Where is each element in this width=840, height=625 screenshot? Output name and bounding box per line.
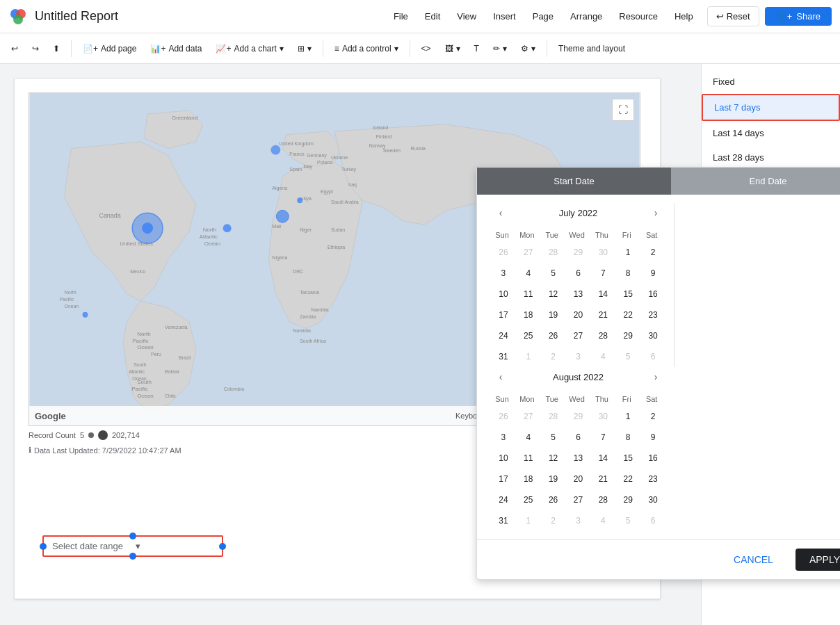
calendar-day[interactable]: 2	[643, 243, 663, 262]
calendar-day[interactable]: 3	[568, 347, 588, 366]
calendar-day[interactable]: 7	[593, 428, 613, 447]
fullscreen-button[interactable]: ⛶	[612, 99, 634, 121]
add-control-button[interactable]: ≡ Add a control ▾	[329, 41, 404, 56]
redo-button[interactable]: ↪	[26, 41, 45, 56]
calendar-day[interactable]: 27	[568, 326, 588, 346]
calendar-day[interactable]: 1	[519, 511, 538, 530]
calendar-day[interactable]: 9	[643, 428, 663, 447]
calendar-day[interactable]: 11	[519, 284, 538, 304]
calendar-day[interactable]: 13	[568, 448, 588, 468]
calendar-day[interactable]: 29	[568, 243, 588, 262]
calendar-day[interactable]: 19	[544, 305, 563, 325]
calendar-day[interactable]: 6	[643, 347, 663, 366]
text-button[interactable]: T	[469, 41, 485, 56]
cancel-button[interactable]: CANCEL	[720, 549, 787, 571]
dropdown-item[interactable]: Last 14 days	[702, 121, 840, 145]
calendar-day[interactable]: 29	[568, 407, 588, 426]
add-page-button[interactable]: 📄+ Add page	[77, 41, 142, 56]
calendar-day[interactable]: 15	[618, 284, 638, 304]
calendar-day[interactable]: 26	[494, 407, 513, 426]
calendar-day[interactable]: 20	[568, 469, 588, 489]
calendar-day[interactable]: 10	[494, 448, 513, 468]
add-data-button[interactable]: 📊+ Add data	[145, 41, 207, 56]
calendar-day[interactable]: 3	[494, 263, 513, 283]
calendar-day[interactable]: 16	[643, 284, 663, 304]
calendar-day[interactable]: 24	[494, 326, 513, 346]
menu-help[interactable]: Help	[668, 8, 700, 24]
image-button[interactable]: 🖼 ▾	[439, 41, 466, 56]
start-date-header[interactable]: Start Date	[477, 168, 671, 195]
menu-insert[interactable]: Insert	[486, 8, 523, 24]
menu-view[interactable]: View	[450, 8, 483, 24]
calendar-day[interactable]: 6	[568, 263, 588, 283]
dropdown-item[interactable]: Last 7 days	[702, 94, 840, 121]
calendar-day[interactable]: 6	[568, 428, 588, 447]
calendar-day[interactable]: 31	[494, 511, 513, 530]
calendar-day[interactable]: 11	[519, 448, 538, 468]
calendar-day[interactable]: 3	[568, 511, 588, 530]
calendar-day[interactable]: 30	[643, 490, 663, 510]
calendar-day[interactable]: 4	[519, 428, 538, 447]
calendar-day[interactable]: 27	[519, 243, 538, 262]
select-button[interactable]: ⬆	[47, 41, 65, 56]
calendar-day[interactable]: 18	[519, 305, 538, 325]
calendar-day[interactable]: 8	[618, 263, 638, 283]
calendar-day[interactable]: 30	[593, 407, 613, 426]
end-date-header[interactable]: End Date	[671, 168, 840, 195]
date-range-control[interactable]: Select date range ▾	[42, 535, 223, 557]
calendar-day[interactable]: 5	[618, 347, 638, 366]
layout-button[interactable]: ⊞ ▾	[292, 41, 317, 56]
calendar-day[interactable]: 28	[593, 326, 613, 346]
calendar-day[interactable]: 30	[593, 243, 613, 262]
calendar-day[interactable]: 12	[544, 284, 563, 304]
calendar-day[interactable]: 28	[544, 407, 563, 426]
calendar-day[interactable]: 4	[593, 347, 613, 366]
calendar-day[interactable]: 15	[618, 448, 638, 468]
calendar-day[interactable]: 26	[544, 326, 563, 346]
calendar-day[interactable]: 14	[593, 284, 613, 304]
calendar-day[interactable]: 28	[593, 490, 613, 510]
reset-button[interactable]: ↩ Reset	[707, 6, 759, 26]
calendar-day[interactable]: 25	[519, 326, 538, 346]
right-next-month-button[interactable]: ›	[646, 367, 665, 387]
calendar-day[interactable]: 23	[643, 469, 663, 489]
calendar-day[interactable]: 7	[593, 263, 613, 283]
calendar-day[interactable]: 28	[544, 243, 563, 262]
calendar-day[interactable]: 30	[643, 326, 663, 346]
calendar-day[interactable]: 9	[643, 263, 663, 283]
calendar-day[interactable]: 31	[494, 347, 513, 366]
calendar-day[interactable]: 20	[568, 305, 588, 325]
calendar-day[interactable]: 13	[568, 284, 588, 304]
calendar-day[interactable]: 18	[519, 469, 538, 489]
shape-button[interactable]: ✏ ▾	[487, 41, 512, 56]
calendar-day[interactable]: 1	[618, 407, 638, 426]
calendar-day[interactable]: 5	[618, 511, 638, 530]
menu-page[interactable]: Page	[526, 8, 560, 24]
calendar-day[interactable]: 14	[593, 448, 613, 468]
calendar-day[interactable]: 5	[544, 428, 563, 447]
calendar-day[interactable]: 17	[494, 469, 513, 489]
calendar-day[interactable]: 2	[544, 511, 563, 530]
calendar-day[interactable]: 2	[544, 347, 563, 366]
calendar-day[interactable]: 8	[618, 428, 638, 447]
calendar-day[interactable]: 25	[519, 490, 538, 510]
dropdown-item[interactable]: Last 28 days	[702, 145, 840, 170]
code-button[interactable]: <>	[416, 41, 437, 56]
calendar-day[interactable]: 22	[618, 305, 638, 325]
theme-button[interactable]: Theme and layout	[553, 41, 631, 56]
calendar-day[interactable]: 10	[494, 284, 513, 304]
calendar-day[interactable]: 17	[494, 305, 513, 325]
calendar-day[interactable]: 5	[544, 263, 563, 283]
calendar-day[interactable]: 27	[568, 490, 588, 510]
calendar-day[interactable]: 29	[618, 326, 638, 346]
dropdown-item[interactable]: Fixed	[702, 70, 840, 94]
right-prev-month-button[interactable]: ‹	[491, 367, 510, 387]
add-chart-button[interactable]: 📈+ Add a chart ▾	[210, 41, 289, 56]
calendar-day[interactable]: 12	[544, 448, 563, 468]
calendar-day[interactable]: 4	[519, 263, 538, 283]
calendar-day[interactable]: 16	[643, 448, 663, 468]
calendar-day[interactable]: 21	[593, 305, 613, 325]
calendar-day[interactable]: 6	[643, 511, 663, 530]
calendar-day[interactable]: 22	[618, 469, 638, 489]
calendar-day[interactable]: 1	[618, 243, 638, 262]
